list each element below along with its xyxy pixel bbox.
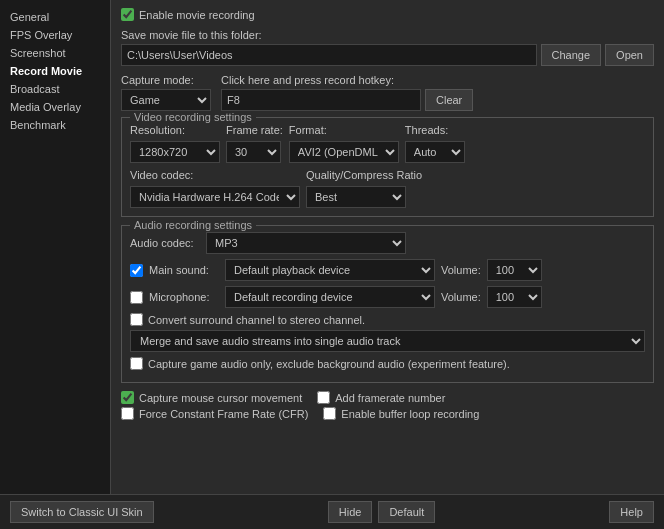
change-button[interactable]: Change — [541, 44, 602, 66]
threads-label: Threads: — [405, 124, 465, 136]
sidebar-item-broadcast[interactable]: Broadcast — [0, 80, 110, 98]
main-sound-device-select[interactable]: Default playback device — [225, 259, 435, 281]
microphone-row: Microphone: Default recording device Vol… — [130, 286, 645, 308]
video-codec-select[interactable]: Nvidia Hardware H.264 Codec x264 MJPEG — [130, 186, 300, 208]
merge-select[interactable]: Merge and save audio streams into single… — [130, 330, 645, 352]
file-row: Change Open — [121, 44, 654, 66]
micro-volume-label: Volume: — [441, 291, 481, 303]
bottom-row2: Force Constant Frame Rate (CFR) Enable b… — [121, 407, 654, 420]
resolution-label: Resolution: — [130, 124, 220, 136]
bottom-row1: Capture mouse cursor movement Add framer… — [121, 391, 654, 404]
merge-row: Merge and save audio streams into single… — [130, 330, 645, 352]
open-button[interactable]: Open — [605, 44, 654, 66]
format-label: Format: — [289, 124, 399, 136]
surround-checkbox[interactable] — [130, 313, 143, 326]
resolution-select[interactable]: 1280x720 1920x1080 854x480 — [130, 141, 220, 163]
force-cfr-label: Force Constant Frame Rate (CFR) — [139, 408, 308, 420]
add-framerate-label: Add framerate number — [335, 392, 445, 404]
video-group-title: Video recording settings — [130, 111, 256, 123]
main-volume-label: Volume: — [441, 264, 481, 276]
enable-label: Enable movie recording — [139, 9, 255, 21]
enable-buffer-label: Enable buffer loop recording — [341, 408, 479, 420]
add-framerate-checkbox[interactable] — [317, 391, 330, 404]
microphone-device-select[interactable]: Default recording device — [225, 286, 435, 308]
video-codec-label: Video codec: — [130, 169, 300, 181]
sidebar-item-fps-overlay[interactable]: FPS Overlay — [0, 26, 110, 44]
enable-buffer-checkbox[interactable] — [323, 407, 336, 420]
quality-select[interactable]: Best High Medium Low — [306, 186, 406, 208]
audio-codec-row: Audio codec: MP3 AAC PCM — [130, 232, 645, 254]
bottom-options: Capture mouse cursor movement Add framer… — [121, 391, 654, 420]
default-button[interactable]: Default — [378, 501, 435, 523]
micro-volume-select[interactable]: 100 90 80 50 — [487, 286, 542, 308]
threads-select[interactable]: Auto 1 2 4 — [405, 141, 465, 163]
sidebar-item-media-overlay[interactable]: Media Overlay — [0, 98, 110, 116]
capture-hotkey-row: Capture mode: Game Desktop Window Click … — [121, 74, 654, 111]
microphone-label: Microphone: — [149, 291, 219, 303]
main-sound-checkbox[interactable] — [130, 264, 143, 277]
main-panel: Enable movie recording Save movie file t… — [111, 0, 664, 529]
clear-button[interactable]: Clear — [425, 89, 473, 111]
audio-codec-label: Audio codec: — [130, 237, 200, 249]
hide-button[interactable]: Hide — [328, 501, 373, 523]
framerate-label: Frame rate: — [226, 124, 283, 136]
framerate-select[interactable]: 30 60 15 24 — [226, 141, 281, 163]
capture-game-audio-label: Capture game audio only, exclude backgro… — [148, 358, 510, 370]
vrs-row2: Video codec: Nvidia Hardware H.264 Codec… — [130, 169, 645, 208]
audio-group-title: Audio recording settings — [130, 219, 256, 231]
microphone-checkbox[interactable] — [130, 291, 143, 304]
sidebar-item-screenshot[interactable]: Screenshot — [0, 44, 110, 62]
capture-mouse-checkbox[interactable] — [121, 391, 134, 404]
main-sound-label: Main sound: — [149, 264, 219, 276]
sidebar-item-record-movie[interactable]: Record Movie — [0, 62, 110, 80]
audio-settings-group: Audio recording settings Audio codec: MP… — [121, 225, 654, 383]
capture-mode-select[interactable]: Game Desktop Window — [121, 89, 211, 111]
surround-row: Convert surround channel to stereo chann… — [130, 313, 645, 326]
classic-skin-button[interactable]: Switch to Classic UI Skin — [10, 501, 154, 523]
audio-codec-select[interactable]: MP3 AAC PCM — [206, 232, 406, 254]
video-settings-group: Video recording settings Resolution: 128… — [121, 117, 654, 217]
sidebar: General FPS Overlay Screenshot Record Mo… — [0, 0, 110, 529]
force-cfr-checkbox[interactable] — [121, 407, 134, 420]
help-button[interactable]: Help — [609, 501, 654, 523]
capture-mode-label: Capture mode: — [121, 74, 211, 86]
sidebar-item-general[interactable]: General — [0, 8, 110, 26]
capture-mouse-label: Capture mouse cursor movement — [139, 392, 302, 404]
hotkey-label: Click here and press record hotkey: — [221, 74, 654, 86]
capture-game-audio-row: Capture game audio only, exclude backgro… — [130, 357, 645, 370]
quality-label: Quality/Compress Ratio — [306, 169, 422, 181]
vrs-row1: Resolution: 1280x720 1920x1080 854x480 F… — [130, 124, 645, 163]
enable-checkbox[interactable] — [121, 8, 134, 21]
surround-label: Convert surround channel to stereo chann… — [148, 314, 365, 326]
hotkey-input[interactable] — [221, 89, 421, 111]
format-select[interactable]: AVI2 (OpenDML) AVI MP4 MKV — [289, 141, 399, 163]
save-folder-label: Save movie file to this folder: — [121, 29, 654, 41]
sidebar-item-benchmark[interactable]: Benchmark — [0, 116, 110, 134]
folder-path-input[interactable] — [121, 44, 537, 66]
capture-game-audio-checkbox[interactable] — [130, 357, 143, 370]
main-volume-select[interactable]: 100 90 80 50 — [487, 259, 542, 281]
main-sound-row: Main sound: Default playback device Volu… — [130, 259, 645, 281]
footer: Switch to Classic UI Skin Hide Default H… — [0, 494, 664, 529]
enable-row: Enable movie recording — [121, 8, 654, 21]
